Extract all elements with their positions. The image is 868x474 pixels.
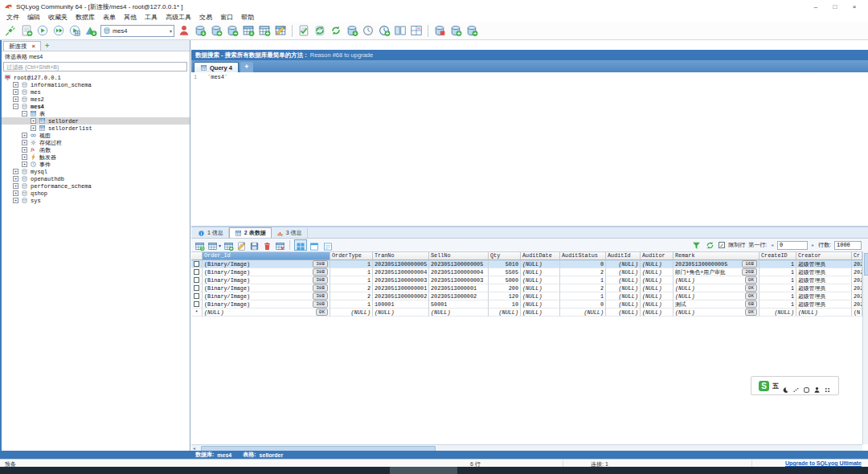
cell-order_id[interactable]: (Binary/Image)38B (203, 260, 330, 268)
row-checkbox[interactable] (194, 269, 199, 275)
text-view-button[interactable] (321, 239, 334, 251)
cell-auditor[interactable]: (NULL) (641, 292, 674, 300)
tree-item-db-qshop[interactable]: +qshop (2, 190, 190, 197)
cell-order_type[interactable]: 1 (330, 260, 373, 268)
cell-creator[interactable]: 超级管理员 (796, 268, 852, 276)
new-connection-tab-icon[interactable]: + (45, 41, 49, 51)
tree-item-folder-events[interactable]: +事件 (2, 161, 190, 168)
cell-audit_date[interactable]: (NULL) (521, 309, 560, 317)
expand-icon[interactable]: + (13, 96, 18, 102)
connect-icon[interactable] (4, 24, 17, 37)
cell-tran_no[interactable]: 2023051300000004 (373, 268, 429, 276)
cell-auditor[interactable]: (NULL) (641, 284, 674, 292)
explain-query-icon[interactable] (68, 24, 81, 37)
execute-all-icon[interactable] (52, 24, 65, 37)
tree-item-table-sellorderlist[interactable]: +sellorderlist (2, 125, 190, 132)
cell-audit_id[interactable]: (NULL) (606, 268, 641, 276)
cell-remark[interactable]: (NULL)0K (674, 284, 760, 292)
cell-order_type[interactable]: (NULL) (330, 309, 373, 317)
cell-order_type[interactable]: 1 (330, 300, 373, 309)
grid-view-button[interactable] (294, 239, 307, 251)
chevron-down-icon[interactable]: ▾ (219, 243, 221, 248)
cell-audit_date[interactable]: (NULL) (521, 260, 560, 268)
tree-item-db-sys[interactable]: +sys (2, 197, 190, 204)
cell-audit_status[interactable]: 0 (560, 260, 606, 268)
tree-item-db-mysql[interactable]: +mysql (2, 168, 190, 175)
scheduled-backup-icon[interactable] (378, 24, 391, 37)
expand-icon[interactable]: + (31, 118, 36, 124)
cell-order_id[interactable]: (Binary/Image)38B (203, 276, 330, 284)
expand-icon[interactable]: + (13, 176, 18, 182)
cell-order_id[interactable]: (NULL)0K (203, 309, 330, 317)
tree-item-db-mes4[interactable]: −mes4 (2, 103, 190, 110)
window-layout-icon[interactable] (410, 24, 423, 37)
cell-audit_id[interactable]: (NULL) (606, 300, 641, 309)
next-row-icon[interactable]: ► (811, 243, 815, 247)
cell-audit_id[interactable]: (NULL) (606, 309, 641, 317)
menu-tools[interactable]: 工具 (141, 13, 162, 22)
first-row-input[interactable] (777, 241, 808, 250)
new-query-tab-icon[interactable]: + (240, 62, 253, 72)
scrollbar-thumb[interactable] (864, 253, 868, 276)
cell-audit_date[interactable]: (NULL) (521, 284, 560, 292)
save-changes-icon[interactable] (249, 240, 260, 251)
row-checkbox[interactable] (194, 301, 199, 307)
expand-icon[interactable]: + (13, 183, 18, 189)
cell-tran_no[interactable]: 2023051300000002 (373, 292, 429, 300)
table-row[interactable]: (Binary/Image)38B12023051300000003202305… (191, 276, 868, 284)
column-header-sell_no[interactable]: SellNo (429, 252, 489, 260)
cell-audit_status[interactable]: 2 (560, 284, 606, 292)
sync-data-icon[interactable] (346, 24, 358, 37)
tree-item-db-mes[interactable]: +mes (2, 88, 190, 96)
cell-audit_date[interactable]: (NULL) (521, 268, 560, 276)
cell-order_id[interactable]: (Binary/Image)38B (203, 268, 330, 276)
refresh-database-icon[interactable] (313, 24, 326, 37)
cell-audit_status[interactable]: 2 (560, 268, 606, 276)
column-header-auditor[interactable]: Auditor (641, 252, 674, 260)
expand-icon[interactable]: + (13, 89, 18, 95)
editor-code-line[interactable]: `mes4` (207, 74, 227, 80)
cell-creator[interactable]: 超级管理员 (796, 292, 852, 300)
cell-order_type[interactable]: 1 (330, 268, 373, 276)
cell-tran_no[interactable]: 2023051300000003 (373, 276, 429, 284)
cell-audit_date[interactable]: (NULL) (521, 276, 560, 284)
cell-tran_no[interactable]: (NULL) (373, 309, 429, 317)
cell-check[interactable] (191, 284, 203, 292)
cell-sell_no[interactable]: 2023051300000004 (429, 268, 489, 276)
db-job-1-icon[interactable] (433, 24, 446, 37)
upgrade-link[interactable]: Upgrade to SQLyog Ultimate (785, 460, 862, 466)
menu-transactions[interactable]: 交易 (195, 13, 216, 22)
tab-1-info[interactable]: 1 信息 (193, 228, 229, 238)
cell-audit_status[interactable]: 1 (560, 292, 606, 300)
menu-powertools[interactable]: 高级工具 (162, 13, 195, 22)
query-history-icon[interactable] (362, 24, 375, 37)
cell-create_id[interactable]: 1 (760, 284, 796, 292)
expand-icon[interactable]: + (13, 82, 18, 88)
cell-qty[interactable]: 10 (489, 300, 521, 309)
format-query-icon[interactable] (297, 24, 310, 37)
cell-order_type[interactable]: 2 (330, 284, 373, 292)
column-header-order_type[interactable]: OrderType (330, 252, 373, 260)
table-row[interactable]: (Binary/Image)38B12023051300000005202305… (191, 260, 868, 268)
cell-order_id[interactable]: (Binary/Image)38B (203, 300, 330, 309)
cell-sell_no[interactable]: 2023051300000003 (429, 276, 489, 284)
table-row[interactable]: (Binary/Image)38B22023051300000002202305… (191, 292, 868, 300)
menu-table[interactable]: 表单 (99, 13, 120, 22)
grid-horizontal-scrollbar[interactable]: ◄ (191, 444, 862, 451)
cell-audit_date[interactable]: (NULL) (521, 292, 560, 300)
cell-create_id[interactable]: (NULL) (760, 309, 796, 317)
duplicate-table-icon[interactable] (274, 24, 287, 37)
refresh-icon[interactable] (705, 240, 715, 251)
create-database-icon[interactable] (194, 24, 207, 37)
table-refresh-icon[interactable] (194, 240, 205, 251)
visual-schema-icon[interactable] (84, 24, 97, 37)
cell-create_date[interactable]: 202 (852, 300, 862, 309)
cell-order_id[interactable]: (Binary/Image)38B (203, 284, 330, 292)
execute-query-icon[interactable] (36, 24, 49, 37)
column-header-remark[interactable]: Remark (674, 252, 760, 260)
expand-icon[interactable]: + (31, 125, 36, 131)
column-header-creator[interactable]: Creator (796, 252, 852, 260)
edit-cell-icon[interactable] (236, 240, 247, 251)
cell-audit_date[interactable]: (NULL) (521, 300, 560, 309)
cell-create_date[interactable]: 202 (852, 260, 862, 268)
